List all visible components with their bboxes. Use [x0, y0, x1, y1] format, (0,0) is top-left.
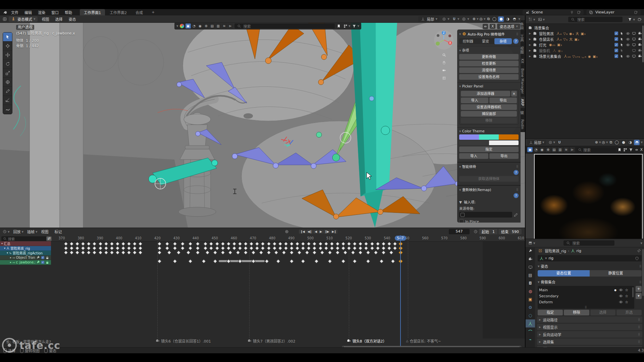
bookmark-icon[interactable]: [336, 23, 341, 29]
mirror-icon[interactable]: [634, 147, 639, 153]
keyframe[interactable]: [228, 250, 233, 255]
grid-view-icon[interactable]: [623, 147, 627, 153]
keyframe[interactable]: [127, 250, 131, 255]
measure-tool-button[interactable]: [3, 96, 12, 105]
outliner-row[interactable]: ▸灯光◉₂₁ ▣₃✓: [528, 42, 644, 48]
keyframe[interactable]: [64, 242, 68, 246]
keyframe[interactable]: [272, 246, 277, 250]
keyframe[interactable]: [138, 246, 143, 250]
outliner-row[interactable]: ▸场景元素集合人₁₆ ▽₁₇₀ ◡₅ ◉ ▣₃✓: [528, 53, 644, 59]
keyframe[interactable]: [104, 246, 108, 250]
section-反向运动学[interactable]: ▸反向运动学⣿: [537, 331, 642, 338]
workspace-tab[interactable]: 工作界面2: [106, 9, 131, 16]
collection-移除-button[interactable]: 移除: [564, 310, 589, 315]
keyframe[interactable]: [381, 246, 386, 250]
keyframe[interactable]: [328, 250, 332, 255]
keyframe[interactable]: [358, 242, 363, 246]
render-disable-icon[interactable]: [638, 42, 642, 48]
previous-keyframe-button[interactable]: ◀❙: [306, 230, 313, 234]
outliner-row[interactable]: ▸冒险男孩人₄ ▽₈ ◉₄ 大 ▣₃✓: [528, 31, 644, 36]
keyframe[interactable]: [301, 246, 305, 250]
shield-icon[interactable]: [634, 256, 640, 261]
timeline-marker[interactable]: △仓鼠店长: 不客气~: [406, 338, 441, 344]
camera-3d-viewport[interactable]: 局部▾ ▾ ⊕▾◎▾⧉◯●◑◓▾ ▣◔◉⊕▤▥≋⊳ 搜索 X: [525, 138, 644, 239]
keyframe[interactable]: [81, 242, 85, 246]
timeline-editor-icon[interactable]: ▾: [2, 229, 10, 234]
viewlayer-selector[interactable]: ViewLayer: [586, 10, 641, 15]
properties-search[interactable]: 搜索: [564, 240, 614, 246]
keyframe[interactable]: [215, 242, 219, 246]
keyframe[interactable]: [267, 246, 271, 250]
keyframe[interactable]: [196, 242, 200, 246]
keyframe[interactable]: [203, 242, 208, 246]
keyframe[interactable]: [186, 250, 191, 255]
misc-section-title[interactable]: 杂项: [462, 48, 469, 52]
rendered-shading-button[interactable]: ◓: [634, 140, 640, 145]
viewport-disable-icon[interactable]: [632, 37, 636, 42]
viewport-disable-icon[interactable]: [632, 31, 636, 36]
keyframe[interactable]: [93, 250, 97, 255]
cursor-tool-button[interactable]: [3, 42, 12, 51]
pivot-dropdown[interactable]: ▾: [441, 16, 449, 22]
tool-tab[interactable]: [526, 247, 535, 255]
object-data-tab[interactable]: 人: [526, 319, 535, 327]
physics-tab[interactable]: ◌: [526, 311, 535, 319]
expand-icon[interactable]: ▸: [528, 31, 532, 36]
keyframe[interactable]: [313, 242, 317, 246]
theme-light-swatch[interactable]: [489, 140, 519, 145]
solid-shading-button[interactable]: ●: [498, 16, 504, 22]
datablock-name-field[interactable]: 人▾ rig: [538, 255, 642, 261]
expand-icon[interactable]: ▸: [528, 43, 532, 47]
exclude-checkbox[interactable]: ✓: [614, 37, 618, 41]
panel-tab-条目[interactable]: 条目: [521, 20, 525, 32]
section-视图显示[interactable]: ▸视图显示⣿: [537, 324, 642, 330]
bone-collection-row[interactable]: Main●☆: [539, 287, 633, 293]
eyedropper-icon[interactable]: [513, 212, 519, 218]
modifier-tab[interactable]: ⊙: [526, 303, 535, 311]
theme-swatch-2[interactable]: [499, 134, 519, 140]
keyframe[interactable]: [209, 242, 214, 246]
chevron-down-icon[interactable]: ▾: [484, 17, 486, 21]
keyframe[interactable]: [324, 242, 328, 246]
visibility-eye-icon[interactable]: [619, 293, 623, 299]
keyframe[interactable]: [115, 242, 120, 246]
keyframe[interactable]: [205, 250, 210, 255]
keyframe[interactable]: [289, 259, 294, 263]
pan-hand-icon[interactable]: [441, 60, 447, 65]
keyframe[interactable]: [328, 259, 332, 263]
transform-orientation[interactable]: 局部▾: [527, 140, 546, 145]
viewport-menu-视图[interactable]: 视图: [39, 16, 52, 22]
input-items-label[interactable]: 输入项:: [464, 199, 476, 204]
scene-tab[interactable]: ◘: [526, 279, 535, 287]
shelf2-search[interactable]: 搜索: [576, 147, 616, 152]
panel-tab-Kit[interactable]: Kit: [521, 56, 525, 66]
theme-import-button[interactable]: 导入: [459, 153, 488, 159]
capture-face-button[interactable]: 捕捉面部: [461, 111, 517, 117]
rest-position-button[interactable]: 静置位置: [590, 270, 642, 277]
keyframe[interactable]: [249, 242, 254, 246]
breadcrumb-data[interactable]: rig: [576, 249, 581, 253]
keyframe[interactable]: [121, 242, 125, 246]
keyframe[interactable]: [297, 250, 302, 255]
keyframe[interactable]: [213, 259, 217, 263]
camera-view-icon[interactable]: [441, 68, 447, 73]
rotate-tool-button[interactable]: [3, 60, 12, 69]
keyframe[interactable]: [213, 250, 217, 255]
exclude-checkbox[interactable]: ✓: [614, 32, 618, 35]
material-preview-shading-button[interactable]: ◑: [627, 140, 633, 145]
help-icon[interactable]: ?: [514, 193, 519, 198]
bookmark-icon[interactable]: [617, 147, 622, 153]
hide-eye-icon[interactable]: [626, 54, 630, 59]
keyframe[interactable]: [341, 259, 345, 263]
xray-toggle[interactable]: ⧉: [487, 17, 490, 21]
keyframe[interactable]: [255, 246, 259, 250]
keyframe[interactable]: [138, 250, 143, 255]
timeline-menu-标记[interactable]: 标记: [52, 229, 65, 234]
keyframe[interactable]: [370, 246, 374, 250]
solo-star-icon[interactable]: ☆: [625, 300, 628, 304]
overlays-dropdown[interactable]: ◎: [479, 17, 483, 21]
pose-position-button[interactable]: 姿态位置: [538, 270, 590, 277]
keyframe[interactable]: [215, 246, 219, 250]
keyframe[interactable]: [307, 242, 311, 246]
keyframe[interactable]: [69, 250, 74, 255]
